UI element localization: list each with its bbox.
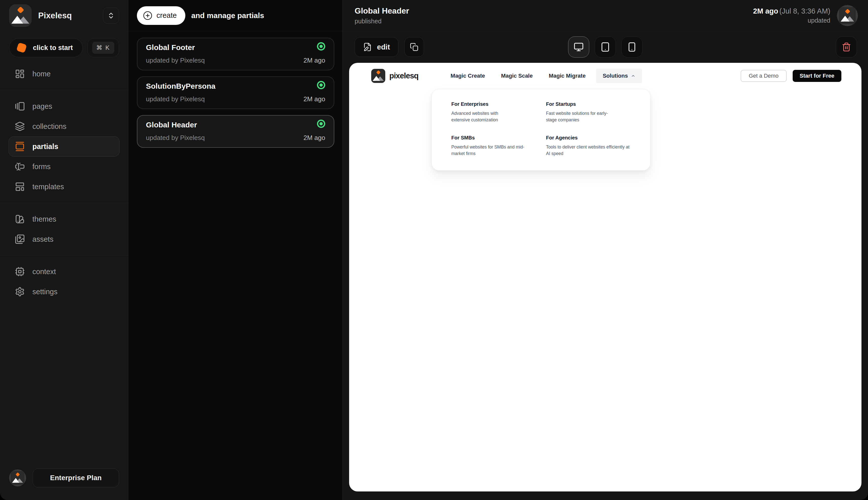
create-partial-button[interactable]: create — [137, 6, 185, 25]
app-window: Pixelesq click to start ⌘ K home pages — [0, 0, 868, 500]
edit-icon — [363, 43, 372, 52]
partials-list-header: create and manage partials — [128, 0, 342, 31]
shortcut-button[interactable]: ⌘ K — [88, 38, 119, 57]
sidebar-item-settings[interactable]: settings — [9, 282, 119, 302]
tablet-view-button[interactable] — [595, 36, 616, 58]
sidebar-item-assets[interactable]: assets — [9, 229, 119, 249]
sidebar: Pixelesq click to start ⌘ K home pages — [0, 0, 128, 500]
collections-icon — [15, 121, 25, 132]
context-icon — [15, 266, 25, 277]
device-toggle-group — [568, 36, 643, 58]
divider — [0, 203, 128, 203]
updated-by-avatar[interactable] — [837, 5, 858, 26]
sidebar-item-label: forms — [32, 162, 51, 171]
assets-icon — [15, 234, 25, 244]
themes-icon — [15, 214, 25, 224]
command-palette-row: click to start ⌘ K — [0, 31, 128, 61]
partial-card-solutionbypersona[interactable]: SolutionByPersona updated by Pixelesq 2M… — [137, 76, 334, 109]
divider — [0, 255, 128, 255]
sidebar-item-label: themes — [32, 215, 56, 223]
updated-by: updated by Pixelesq — [146, 57, 205, 64]
panel-subtitle: and manage partials — [192, 11, 264, 20]
published-status-icon — [320, 45, 323, 48]
chevron-up-icon — [631, 73, 635, 78]
partial-card-global-header[interactable]: Global Header updated by Pixelesq 2M ago — [137, 115, 334, 148]
dropdown-item-smbs[interactable]: For SMBs Powerful websites for SMBs and … — [451, 135, 536, 157]
tablet-icon — [600, 42, 610, 52]
sidebar-item-context[interactable]: context — [9, 262, 119, 282]
user-avatar[interactable] — [9, 469, 26, 486]
duplicate-button[interactable] — [404, 37, 424, 57]
sidebar-item-partials[interactable]: partials — [9, 136, 119, 157]
site-actions: Get a Demo Start for Free — [741, 70, 841, 82]
sidebar-item-home[interactable]: home — [9, 64, 119, 84]
plan-button[interactable]: Enterprise Plan — [33, 468, 119, 487]
partial-detail-panel: Global Header published 2M ago (Jul 8, 3… — [343, 0, 868, 500]
sidebar-item-label: settings — [32, 288, 58, 296]
site-nav-magic-create[interactable]: Magic Create — [442, 72, 493, 79]
sidebar-item-forms[interactable]: forms — [9, 157, 119, 177]
workspace-header: Pixelesq — [0, 0, 128, 31]
plus-circle-icon — [143, 11, 152, 20]
sidebar-footer: Enterprise Plan — [0, 468, 128, 500]
settings-icon — [15, 287, 25, 297]
preview-toolbar: edit — [343, 31, 868, 63]
site-nav-magic-migrate[interactable]: Magic Migrate — [541, 72, 594, 79]
partial-card-global-footer[interactable]: Global Footer updated by Pixelesq 2M ago — [137, 38, 334, 70]
home-icon — [15, 69, 25, 79]
edit-button[interactable]: edit — [355, 37, 398, 57]
updated-ago: 2M ago — [303, 95, 325, 103]
diamond-icon — [16, 43, 27, 53]
workspace-name: Pixelesq — [38, 11, 72, 20]
partials-list: Global Footer updated by Pixelesq 2M ago… — [128, 31, 342, 154]
site-brand-name: pixelesq — [389, 71, 418, 80]
start-for-free-button[interactable]: Start for Free — [792, 70, 841, 82]
site-brand[interactable]: pixelesq — [371, 69, 418, 83]
sidebar-nav: home pages collections partials forms — [0, 61, 128, 468]
mobile-icon — [627, 42, 637, 52]
dropdown-item-startups[interactable]: For Startups Fast website solutions for … — [546, 101, 630, 123]
mobile-view-button[interactable] — [621, 36, 643, 58]
workspace-logo-icon — [9, 4, 32, 27]
desktop-icon — [574, 42, 584, 52]
updated-label: updated — [753, 17, 830, 24]
desktop-view-button[interactable] — [568, 36, 589, 58]
sidebar-item-templates[interactable]: templates — [9, 177, 119, 197]
forms-icon — [15, 161, 25, 172]
site-logo-icon — [371, 69, 385, 83]
click-to-start-button[interactable]: click to start — [9, 38, 83, 57]
solutions-dropdown: For Enterprises Advanced websites with e… — [431, 89, 650, 171]
sidebar-item-collections[interactable]: collections — [9, 116, 119, 136]
updated-ago: 2M ago — [303, 57, 325, 64]
site-nav: Magic Create Magic Scale Magic Migrate S… — [442, 69, 642, 83]
preview-canvas: pixelesq Magic Create Magic Scale Magic … — [349, 63, 861, 491]
partial-title: Global Header — [146, 121, 197, 129]
sidebar-item-pages[interactable]: pages — [9, 96, 119, 116]
site-nav-solutions[interactable]: Solutions — [596, 69, 642, 83]
updated-by: updated by Pixelesq — [146, 95, 205, 103]
updated-by: updated by Pixelesq — [146, 134, 205, 142]
site-nav-magic-scale[interactable]: Magic Scale — [493, 72, 541, 79]
dropdown-item-enterprises[interactable]: For Enterprises Advanced websites with e… — [451, 101, 536, 123]
updated-timestamp: (Jul 8, 3:36 AM) — [779, 7, 830, 15]
delete-button[interactable] — [836, 36, 857, 58]
sidebar-item-label: collections — [32, 122, 66, 130]
workspace-switcher-button[interactable] — [103, 8, 119, 24]
detail-status: published — [355, 18, 409, 25]
divider — [0, 90, 128, 90]
get-a-demo-button[interactable]: Get a Demo — [741, 70, 787, 82]
updated-ago: 2M ago — [753, 7, 778, 15]
sidebar-item-label: pages — [32, 102, 52, 111]
cmd-k-shortcut: ⌘ K — [92, 42, 114, 54]
dropdown-item-agencies[interactable]: For Agencies Tools to deliver client web… — [546, 135, 630, 157]
pages-icon — [15, 101, 25, 111]
sidebar-item-label: context — [32, 268, 56, 276]
sidebar-item-label: home — [32, 70, 51, 78]
partial-title: Global Footer — [146, 43, 195, 52]
site-header: pixelesq Magic Create Magic Scale Magic … — [349, 63, 861, 89]
sidebar-item-themes[interactable]: themes — [9, 209, 119, 229]
copy-icon — [410, 43, 418, 51]
updated-ago: 2M ago — [303, 134, 325, 142]
partials-icon — [15, 141, 25, 151]
detail-header: Global Header published 2M ago (Jul 8, 3… — [343, 0, 868, 31]
